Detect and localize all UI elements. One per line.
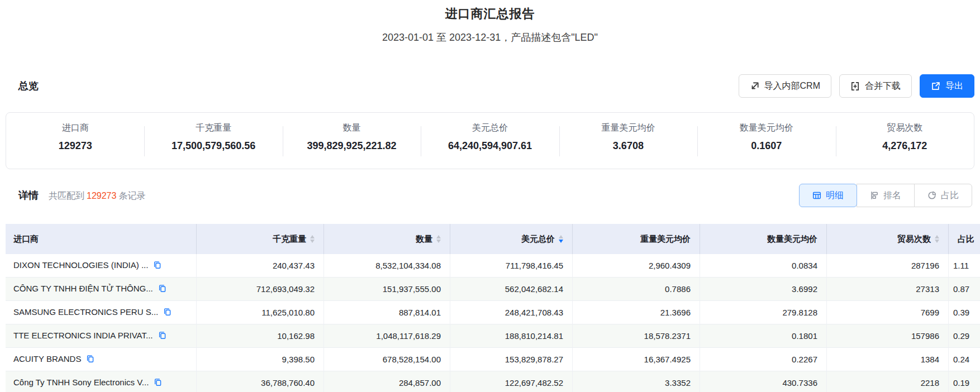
cell-kg: 11,625,010.80 xyxy=(197,301,324,324)
cell-usd_per_kg: 2,960.4309 xyxy=(573,254,700,278)
cell-importer: Công Ty TNHH Sony Electronics V... xyxy=(6,371,197,392)
cell-usd_per_qty: 0.1801 xyxy=(700,324,827,348)
cell-trades: 2218 xyxy=(827,371,949,392)
cell-usd: 122,697,482.52 xyxy=(450,371,573,392)
export-icon xyxy=(931,82,940,91)
cell-share: 1.11 xyxy=(949,254,980,278)
stat-value: 0.1607 xyxy=(697,140,835,152)
importers-table-container: 进口商千克重量数量美元总价重量美元均价数量美元均价贸易次数占比 DIXON TE… xyxy=(6,224,980,392)
tab-ranking-label: 排名 xyxy=(883,190,901,202)
copy-icon[interactable] xyxy=(86,355,94,365)
export-label: 导出 xyxy=(945,80,963,92)
stat-importers: 进口商 129273 xyxy=(6,113,144,169)
merge-icon xyxy=(850,82,860,91)
cell-importer: CÔNG TY TNHH ĐIỆN TỬ THÔNG... xyxy=(6,278,197,301)
copy-icon[interactable] xyxy=(163,308,172,318)
cell-usd_per_kg: 3.3352 xyxy=(573,371,700,392)
cell-kg: 9,398.50 xyxy=(197,348,324,371)
cell-importer: SAMSUNG ELECTRONICS PERU S... xyxy=(6,301,197,324)
column-header-trades[interactable]: 贸易次数 xyxy=(827,224,949,254)
import-crm-button[interactable]: 导入内部CRM xyxy=(739,74,831,98)
cell-usd_per_qty: 0.0834 xyxy=(700,254,827,278)
copy-icon[interactable] xyxy=(158,284,166,294)
column-label: 进口商 xyxy=(13,234,39,245)
column-label: 数量 xyxy=(416,234,432,245)
details-header-row: 详情 共匹配到129273条记录 明细 排名 占比 xyxy=(6,184,974,207)
column-header-usd[interactable]: 美元总价 xyxy=(450,224,573,254)
tab-detail[interactable]: 明细 xyxy=(799,184,857,207)
copy-icon[interactable] xyxy=(154,378,162,388)
cell-share: 0.29 xyxy=(949,324,980,348)
stat-value: 399,829,925,221.82 xyxy=(283,140,421,152)
stat-value: 3.6708 xyxy=(559,140,697,152)
column-header-qty[interactable]: 数量 xyxy=(324,224,450,254)
tab-share[interactable]: 占比 xyxy=(914,184,972,207)
page-title: 进口商汇总报告 xyxy=(0,0,980,22)
cell-qty: 8,532,104,334.08 xyxy=(324,254,450,278)
cell-kg: 36,788,760.40 xyxy=(197,371,324,392)
ranking-icon xyxy=(870,191,879,200)
cell-trades: 1384 xyxy=(827,348,949,371)
stat-label: 美元总价 xyxy=(421,122,559,134)
stat-usd-total: 美元总价 64,240,594,907.61 xyxy=(421,113,559,169)
cell-qty: 887,814.01 xyxy=(324,301,450,324)
cell-usd_per_kg: 18,578.2371 xyxy=(573,324,700,348)
match-suffix: 条记录 xyxy=(118,191,145,200)
view-tabs: 明细 排名 占比 xyxy=(799,184,972,207)
column-header-kg[interactable]: 千克重量 xyxy=(197,224,324,254)
importer-name: ACUITY BRANDS xyxy=(13,354,81,364)
cell-usd: 711,798,416.45 xyxy=(450,254,573,278)
cell-trades: 157986 xyxy=(827,324,949,348)
sort-icon xyxy=(559,235,563,243)
importer-name: TTE ELECTRONICS INDIA PRIVAT... xyxy=(13,331,153,340)
import-crm-label: 导入内部CRM xyxy=(764,80,820,92)
cell-usd: 188,810,214.81 xyxy=(450,324,573,348)
stat-usd-per-kg: 重量美元均价 3.6708 xyxy=(559,113,697,169)
table-row: SAMSUNG ELECTRONICS PERU S...11,625,010.… xyxy=(6,301,980,324)
importer-name: DIXON TECHNOLOGIES (INDIA) ... xyxy=(13,260,148,270)
cell-trades: 7699 xyxy=(827,301,949,324)
cell-usd: 153,829,878.27 xyxy=(450,348,573,371)
match-count-text: 共匹配到129273条记录 xyxy=(49,190,145,202)
cell-share: 0.39 xyxy=(949,301,980,324)
stat-label: 数量 xyxy=(283,122,421,134)
sort-icon xyxy=(310,235,315,243)
copy-icon[interactable] xyxy=(153,261,161,271)
importers-table: 进口商千克重量数量美元总价重量美元均价数量美元均价贸易次数占比 DIXON TE… xyxy=(6,224,980,392)
stat-label: 数量美元均价 xyxy=(697,122,835,134)
column-label: 数量美元均价 xyxy=(767,234,817,245)
cell-trades: 287196 xyxy=(827,254,949,278)
stat-label: 贸易次数 xyxy=(836,122,974,134)
column-label: 千克重量 xyxy=(273,234,306,245)
cell-share: 0.87 xyxy=(949,278,980,301)
table-body: DIXON TECHNOLOGIES (INDIA) ...240,437.43… xyxy=(6,254,980,392)
export-button[interactable]: 导出 xyxy=(920,74,974,98)
column-label: 美元总价 xyxy=(521,234,555,245)
cell-share: 0.19 xyxy=(949,371,980,392)
cell-usd_per_qty: 3.6992 xyxy=(700,278,827,301)
overview-stats-card: 进口商 129273 千克重量 17,500,579,560.56 数量 399… xyxy=(6,112,974,169)
cell-qty: 284,857.00 xyxy=(324,371,450,392)
stat-trade-count: 贸易次数 4,276,172 xyxy=(836,113,974,169)
importer-name: SAMSUNG ELECTRONICS PERU S... xyxy=(13,307,158,317)
cell-kg: 10,162.98 xyxy=(197,324,324,348)
cell-importer: TTE ELECTRONICS INDIA PRIVAT... xyxy=(6,324,197,348)
cell-usd_per_qty: 0.2267 xyxy=(700,348,827,371)
match-count: 129273 xyxy=(84,191,118,200)
sort-icon xyxy=(436,235,441,243)
stat-label: 进口商 xyxy=(6,122,144,134)
table-row: ACUITY BRANDS9,398.50678,528,154.00153,8… xyxy=(6,348,980,371)
column-label: 占比 xyxy=(958,234,974,245)
merge-download-button[interactable]: 合并下载 xyxy=(839,74,912,98)
column-header-share: 占比 xyxy=(949,224,980,254)
copy-icon[interactable] xyxy=(158,331,166,341)
stat-value: 129273 xyxy=(6,140,144,152)
details-section-title: 详情 xyxy=(18,189,39,202)
importer-name: CÔNG TY TNHH ĐIỆN TỬ THÔNG... xyxy=(13,284,153,293)
column-header-usd_per_qty: 数量美元均价 xyxy=(700,224,827,254)
tab-ranking[interactable]: 排名 xyxy=(857,184,915,207)
table-row: CÔNG TY TNHH ĐIỆN TỬ THÔNG...712,693,049… xyxy=(6,278,980,301)
stat-label: 重量美元均价 xyxy=(559,122,697,134)
stat-value: 64,240,594,907.61 xyxy=(421,140,559,152)
pie-icon xyxy=(927,191,936,200)
